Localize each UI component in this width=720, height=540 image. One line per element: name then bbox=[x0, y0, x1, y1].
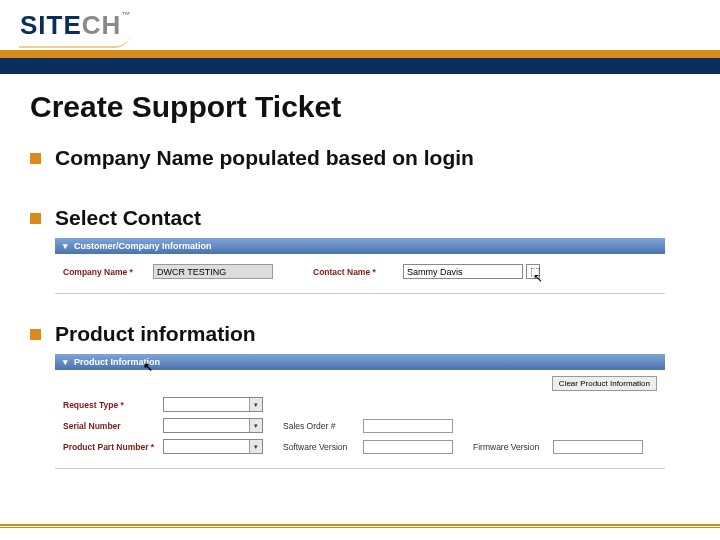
sales-order-label: Sales Order # bbox=[283, 421, 363, 431]
software-version-field[interactable] bbox=[363, 440, 453, 454]
product-panel: ▾ Product Information ↖ Clear Product In… bbox=[55, 354, 665, 469]
customer-panel: ▾ Customer/Company Information Company N… bbox=[55, 238, 665, 294]
firmware-version-field[interactable] bbox=[553, 440, 643, 454]
software-version-label: Software Version bbox=[283, 442, 363, 452]
sitech-logo: SITECH™ bbox=[20, 10, 131, 41]
contact-name-field[interactable]: Sammy Davis bbox=[403, 264, 523, 279]
footer-rule bbox=[0, 524, 720, 528]
bullet-icon bbox=[30, 213, 41, 224]
bullet-item: Select Contact bbox=[30, 206, 690, 230]
chevron-down-icon: ▾ bbox=[249, 419, 262, 432]
request-type-label: Request Type bbox=[63, 400, 163, 410]
panel-header[interactable]: ▾ Product Information ↖ bbox=[55, 354, 665, 370]
panel-header-label: Customer/Company Information bbox=[74, 241, 212, 251]
collapse-arrow-icon: ▾ bbox=[63, 357, 68, 367]
serial-number-label: Serial Number bbox=[63, 421, 163, 431]
request-type-select[interactable]: ▾ bbox=[163, 397, 263, 412]
serial-number-select[interactable]: ▾ bbox=[163, 418, 263, 433]
chevron-down-icon: ▾ bbox=[249, 440, 262, 453]
part-number-label: Product Part Number bbox=[63, 442, 163, 452]
bullet-icon bbox=[30, 329, 41, 340]
firmware-version-label: Firmware Version bbox=[473, 442, 553, 452]
sales-order-field[interactable] bbox=[363, 419, 453, 433]
part-number-select[interactable]: ▾ bbox=[163, 439, 263, 454]
bullet-text: Select Contact bbox=[55, 206, 201, 230]
clear-product-button[interactable]: Clear Product Information bbox=[552, 376, 657, 391]
header-blue-bar bbox=[0, 58, 720, 74]
bullet-icon bbox=[30, 153, 41, 164]
bullet-item: Company Name populated based on login bbox=[30, 146, 690, 170]
panel-header[interactable]: ▾ Customer/Company Information bbox=[55, 238, 665, 254]
bullet-text: Product information bbox=[55, 322, 256, 346]
company-name-field: DWCR TESTING bbox=[153, 264, 273, 279]
bullet-text: Company Name populated based on login bbox=[55, 146, 474, 170]
header-orange-bar bbox=[0, 50, 720, 58]
chevron-down-icon: ▾ bbox=[249, 398, 262, 411]
pointer-cursor-icon: ↖ bbox=[143, 360, 153, 374]
bullet-item: Product information bbox=[30, 322, 690, 346]
collapse-arrow-icon: ▾ bbox=[63, 241, 68, 251]
page-title: Create Support Ticket bbox=[30, 90, 690, 124]
pointer-cursor-icon: ↖ bbox=[533, 271, 543, 285]
contact-name-label: Contact Name bbox=[313, 267, 403, 277]
company-name-label: Company Name bbox=[63, 267, 153, 277]
